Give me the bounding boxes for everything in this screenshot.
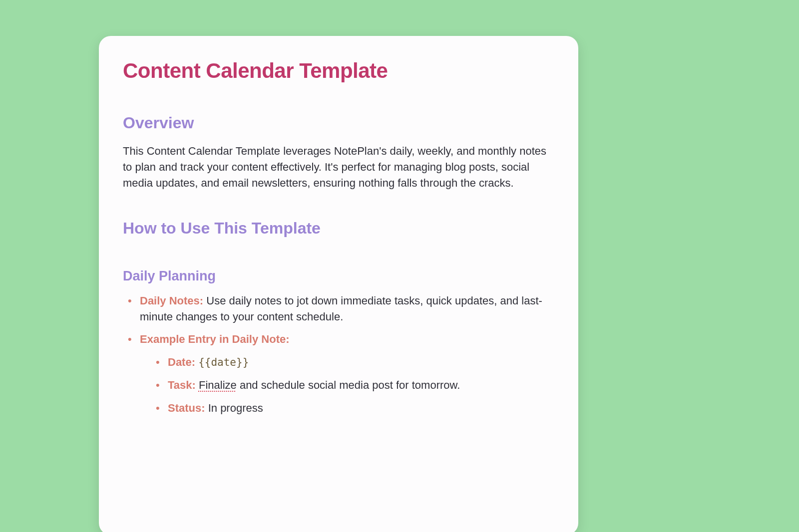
example-entry-sublist: Date: {{date}} Task: Finalize and schedu… bbox=[140, 354, 554, 416]
daily-notes-label: Daily Notes: bbox=[140, 294, 203, 307]
daily-bullet-list: Daily Notes: Use daily notes to jot down… bbox=[123, 293, 554, 416]
date-label: Date: bbox=[168, 356, 195, 368]
task-rest: and schedule social media post for tomor… bbox=[237, 379, 460, 391]
status-label: Status: bbox=[168, 402, 205, 414]
document-card: Content Calendar Template Overview This … bbox=[99, 36, 578, 532]
date-value: {{date}} bbox=[198, 356, 249, 368]
list-item: Task: Finalize and schedule social media… bbox=[154, 377, 554, 393]
task-label: Task: bbox=[168, 379, 196, 391]
list-item: Date: {{date}} bbox=[154, 354, 554, 370]
howto-heading: How to Use This Template bbox=[123, 219, 554, 238]
list-item: Example Entry in Daily Note: Date: {{dat… bbox=[126, 331, 554, 416]
daily-planning-heading: Daily Planning bbox=[123, 268, 554, 284]
page-title: Content Calendar Template bbox=[123, 59, 554, 83]
list-item: Status: In progress bbox=[154, 400, 554, 416]
status-value: In progress bbox=[205, 402, 263, 414]
example-entry-label: Example Entry in Daily Note: bbox=[140, 333, 290, 345]
task-spellcheck-word: Finalize bbox=[199, 379, 237, 391]
list-item: Daily Notes: Use daily notes to jot down… bbox=[126, 293, 554, 325]
overview-heading: Overview bbox=[123, 114, 554, 132]
overview-body: This Content Calendar Template leverages… bbox=[123, 143, 554, 191]
